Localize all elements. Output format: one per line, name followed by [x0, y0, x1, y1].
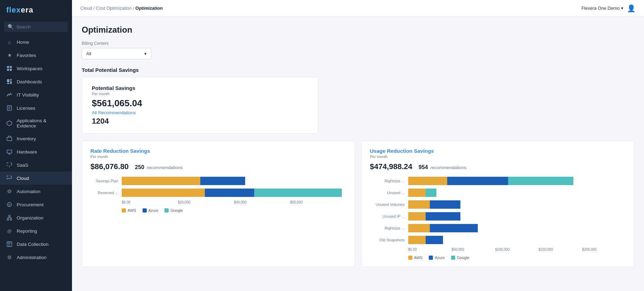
- search-input[interactable]: [16, 24, 64, 30]
- legend-aws-label: AWS: [128, 208, 136, 213]
- usage-bar-label-rightsize1: Rightsize ...: [370, 179, 405, 183]
- usage-reduction-card: Usage Reduction Savings Per month $474,9…: [361, 141, 635, 267]
- sidebar-item-reporting[interactable]: @ Reporting: [0, 224, 72, 238]
- usage-bar-aws-ip: [408, 212, 426, 221]
- sidebar-item-applications-evidence[interactable]: Applications & Evidence: [0, 115, 72, 132]
- usage-bar-aws-r1: [408, 177, 448, 185]
- usage-bar-label-snapshots: Old Snapshots: [370, 238, 405, 242]
- svg-rect-5: [10, 79, 12, 81]
- sidebar-item-dashboards[interactable]: Dashboards: [0, 75, 72, 88]
- sidebar-item-procurement[interactable]: $ Procurement: [0, 198, 72, 211]
- automation-icon: [6, 188, 13, 194]
- svg-point-18: [8, 190, 10, 192]
- ux-label-50k: $50,000: [452, 248, 495, 251]
- usage-legend-google-dot: [451, 256, 455, 260]
- sidebar-item-cloud[interactable]: Cloud: [0, 172, 72, 185]
- billing-centers-dropdown[interactable]: All ▾: [82, 48, 151, 59]
- chevron-down-icon: ▾: [144, 51, 147, 56]
- sidebar-item-label: Inventory: [17, 136, 36, 141]
- usage-reduction-sub: Per month: [370, 155, 626, 159]
- rate-recs-count: 250: [135, 164, 144, 170]
- rate-reduction-title: Rate Reduction Savings: [90, 148, 346, 154]
- sidebar-item-favorites[interactable]: ★ Favorites: [0, 49, 72, 62]
- sidebar-item-workspaces[interactable]: Workspaces: [0, 62, 72, 75]
- bar-google-reserved: [254, 189, 342, 197]
- sidebar-item-inventory[interactable]: Inventory: [0, 132, 72, 145]
- sidebar-item-hardware[interactable]: Hardware: [0, 145, 72, 158]
- usage-bar-row-rightsize1: Rightsize ...: [370, 177, 626, 185]
- sidebar-item-saas[interactable]: SaaS: [0, 158, 72, 172]
- usage-bar-segments-volumes: [408, 200, 626, 209]
- section-title: Total Potential Savings: [82, 67, 634, 73]
- main-content: Cloud / Cost Optimization / Optimization…: [72, 0, 644, 291]
- x-label-0: $0.00: [122, 200, 178, 204]
- sidebar-item-label: Data Collection: [17, 242, 49, 247]
- usage-bar-azure-ip: [426, 212, 460, 221]
- sidebar-item-label: IT Visibility: [17, 92, 39, 98]
- demo-selector[interactable]: Flexera One Demo ▾: [581, 6, 623, 11]
- usage-bar-row-snapshots: Old Snapshots: [370, 236, 626, 244]
- usage-bar-aws-u1: [408, 189, 426, 197]
- potential-savings-card: Potential Savings Per month $561,065.04 …: [82, 77, 318, 134]
- usage-legend-azure-label: Azure: [435, 256, 445, 260]
- bar-azure-reserved: [205, 189, 254, 197]
- sidebar-item-administration[interactable]: Administration: [0, 251, 72, 264]
- usage-bar-segments-ip: [408, 212, 626, 221]
- all-recommendations-link[interactable]: All Recommendations: [92, 110, 308, 115]
- svg-rect-24: [7, 242, 12, 247]
- ux-label-200k: $200,000: [582, 248, 626, 251]
- svg-rect-7: [7, 83, 9, 84]
- usage-bar-label-rightsize2: Rightsize ...: [370, 226, 405, 230]
- usage-bar-chart: Rightsize ... Unused ...: [370, 177, 626, 244]
- reporting-icon: @: [6, 228, 13, 234]
- bar-azure-savings-plan: [200, 177, 245, 185]
- sidebar-item-label: SaaS: [17, 163, 28, 168]
- svg-rect-14: [7, 150, 12, 153]
- sidebar-item-label: Automation: [17, 189, 40, 194]
- legend-azure-dot: [143, 208, 147, 213]
- rate-reduction-card: Rate Reduction Savings Per month $86,076…: [82, 141, 355, 267]
- legend-google-label: Google: [170, 208, 183, 213]
- usage-bar-azure-s: [426, 236, 443, 244]
- usage-bar-azure-r2: [430, 224, 478, 232]
- usage-x-axis: $0.00 $50,000 $100,000 $150,000 $200,000: [370, 248, 626, 251]
- usage-bar-segments-unused1: [408, 189, 626, 197]
- sidebar-item-data-collection[interactable]: Data Collection: [0, 238, 72, 251]
- svg-point-28: [8, 256, 10, 258]
- breadcrumb-cost-optimization[interactable]: Cost Optimization: [96, 6, 132, 11]
- savings-amount: $561,065.04: [92, 98, 308, 109]
- ux-label-0: $0.00: [408, 248, 452, 251]
- svg-rect-23: [10, 219, 12, 220]
- usage-bar-segments-snapshots: [408, 236, 626, 244]
- sidebar-item-automation[interactable]: Automation: [0, 185, 72, 198]
- sidebar-item-label: Administration: [17, 255, 47, 260]
- breadcrumb-cloud[interactable]: Cloud: [80, 6, 92, 11]
- legend-google: Google: [164, 208, 183, 213]
- it-visibility-icon: [6, 92, 13, 98]
- search-box[interactable]: 🔍: [4, 22, 68, 32]
- sidebar-item-it-visibility[interactable]: IT Visibility: [0, 88, 72, 101]
- billing-label: Billing Centers: [82, 41, 634, 46]
- usage-bar-segments-rightsize2: [408, 224, 626, 232]
- legend-google-dot: [164, 208, 169, 213]
- usage-legend-aws-dot: [408, 256, 412, 260]
- bar-label-reserved: Reserved ...: [90, 191, 118, 195]
- sidebar-item-label: Dashboards: [17, 79, 42, 84]
- user-icon[interactable]: 👤: [627, 4, 636, 13]
- usage-legend-aws-label: AWS: [414, 256, 423, 260]
- savings-card-title: Potential Savings: [92, 85, 308, 91]
- sidebar-item-label: Hardware: [17, 149, 37, 155]
- bar-aws-savings-plan: [122, 177, 200, 185]
- procurement-icon: $: [6, 201, 13, 208]
- cloud-icon: [6, 175, 13, 181]
- charts-row: Rate Reduction Savings Per month $86,076…: [82, 141, 634, 267]
- administration-icon: [6, 254, 13, 260]
- rate-reduction-sub: Per month: [90, 155, 346, 159]
- sidebar-item-home[interactable]: ⌂ Home: [0, 35, 72, 49]
- sidebar-item-label: Cloud: [17, 176, 29, 181]
- dashboards-icon: [6, 78, 13, 85]
- svg-marker-12: [7, 121, 12, 126]
- home-icon: ⌂: [6, 39, 13, 45]
- sidebar-item-organization[interactable]: Organization: [0, 211, 72, 224]
- sidebar-item-licenses[interactable]: Licenses: [0, 101, 72, 115]
